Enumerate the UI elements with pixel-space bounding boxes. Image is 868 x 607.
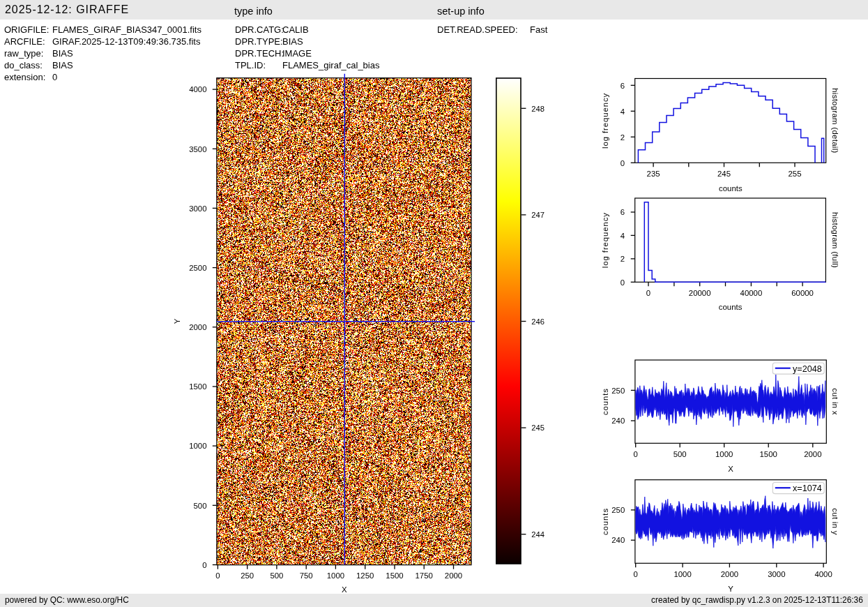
svg-text:3500: 3500: [189, 145, 206, 153]
svg-text:500: 500: [270, 571, 283, 580]
svg-text:60000: 60000: [791, 289, 814, 297]
svg-text:Y: Y: [173, 318, 181, 324]
svg-text:6: 6: [620, 208, 625, 216]
svg-text:240: 240: [611, 417, 625, 425]
svg-text:0: 0: [620, 159, 625, 167]
svg-text:1500: 1500: [386, 571, 403, 580]
svg-text:3000: 3000: [768, 570, 785, 578]
svg-text:histogram (detail): histogram (detail): [831, 88, 839, 153]
svg-text:log frequency: log frequency: [601, 212, 609, 268]
svg-text:255: 255: [788, 170, 801, 178]
svg-text:245: 245: [717, 170, 731, 178]
svg-text:1250: 1250: [356, 571, 374, 580]
svg-text:250: 250: [611, 506, 625, 514]
svg-text:1000: 1000: [673, 570, 691, 578]
svg-text:750: 750: [300, 571, 313, 580]
svg-text:4000: 4000: [814, 570, 832, 578]
svg-text:2500: 2500: [189, 264, 206, 272]
svg-text:6: 6: [620, 82, 625, 90]
svg-text:1500: 1500: [760, 450, 777, 458]
svg-text:248: 248: [531, 105, 545, 113]
svg-text:4: 4: [620, 107, 625, 116]
svg-text:4000: 4000: [189, 85, 206, 93]
svg-text:240: 240: [611, 536, 625, 544]
svg-text:0: 0: [634, 570, 638, 578]
svg-text:Y: Y: [728, 585, 733, 593]
svg-text:cut in x: cut in x: [831, 388, 839, 415]
svg-text:log frequency: log frequency: [601, 93, 609, 149]
svg-text:3000: 3000: [189, 204, 206, 213]
svg-text:y=2048: y=2048: [793, 364, 822, 374]
svg-text:1000: 1000: [327, 571, 344, 580]
svg-text:X: X: [342, 585, 347, 594]
svg-text:counts: counts: [601, 508, 609, 535]
svg-text:40000: 40000: [740, 289, 763, 297]
svg-text:0: 0: [634, 450, 638, 458]
svg-text:cut in y: cut in y: [831, 508, 839, 535]
svg-text:247: 247: [531, 211, 545, 219]
svg-text:0: 0: [202, 561, 206, 569]
svg-text:245: 245: [531, 424, 545, 432]
svg-text:counts: counts: [719, 303, 743, 311]
svg-text:244: 244: [531, 530, 545, 539]
svg-text:20000: 20000: [689, 289, 711, 297]
svg-text:2: 2: [620, 255, 625, 263]
svg-text:X: X: [728, 465, 733, 473]
svg-text:0: 0: [215, 571, 220, 580]
svg-text:235: 235: [647, 170, 660, 178]
svg-text:2000: 2000: [189, 323, 206, 331]
svg-text:histogram (full): histogram (full): [831, 212, 839, 268]
svg-text:1500: 1500: [189, 382, 206, 391]
svg-text:0: 0: [646, 289, 650, 297]
svg-text:x=1074: x=1074: [793, 484, 822, 493]
svg-text:0: 0: [620, 278, 625, 287]
svg-text:1750: 1750: [416, 571, 433, 580]
svg-text:250: 250: [611, 387, 625, 395]
svg-text:counts: counts: [601, 388, 609, 415]
svg-text:2000: 2000: [804, 450, 821, 458]
svg-text:246: 246: [531, 317, 545, 326]
svg-text:250: 250: [241, 571, 254, 580]
svg-text:2000: 2000: [721, 570, 738, 578]
svg-text:2000: 2000: [445, 571, 462, 580]
svg-text:1000: 1000: [189, 442, 206, 450]
svg-text:500: 500: [673, 450, 687, 458]
svg-text:1000: 1000: [715, 450, 733, 458]
svg-text:2: 2: [620, 133, 625, 142]
svg-text:500: 500: [193, 502, 206, 510]
svg-text:counts: counts: [719, 184, 743, 193]
svg-text:4: 4: [620, 232, 625, 240]
